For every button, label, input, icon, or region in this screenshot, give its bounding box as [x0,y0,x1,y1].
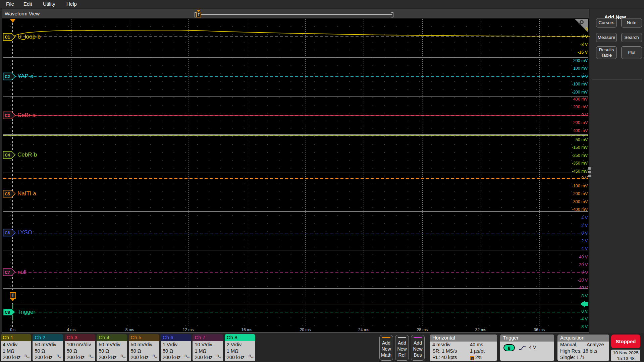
button-color-bar [398,337,406,338]
panel-drag-handle[interactable] [588,166,591,178]
svg-text:C4: C4 [5,153,10,158]
scale-tick-label: -8 V [564,42,588,47]
svg-text:C3: C3 [5,113,10,118]
grid-major-line [130,19,130,327]
channel-settings-7[interactable]: Ch 710 V/div 1 MΩ 200 kHz BW [193,334,223,361]
trigger-point-marker[interactable]: T [10,292,16,299]
channel-settings-header: Ch 1 [1,334,31,341]
channel-label-c7[interactable]: null [17,269,26,276]
menu-file[interactable]: File [6,1,14,7]
trigger-panel[interactable]: Trigger 8 4 V [500,335,554,361]
add-new-results-table-button[interactable]: Results Table [596,46,617,59]
time: 15:13:48 [611,356,640,361]
acquisition-panel[interactable]: Acquisition Manual, Analyze High Res: 16… [557,335,609,361]
horizontal-panel[interactable]: Horizontal 4 ms/div 40 ms SR: 1 MS/s 1 µ… [430,335,497,361]
channel-badge-c6[interactable]: C6 [3,229,16,237]
channel-label-c2[interactable]: YAP-a [17,73,34,80]
scale-tick-label: 20 V [564,262,588,267]
channel-settings-header: Ch 2 [33,334,63,341]
scroll-bracket-right[interactable] [391,12,393,17]
slice-divider [3,288,588,289]
scale-tick-label: -100 mV [564,82,588,86]
channel-label-c8[interactable]: Trigger [17,309,35,315]
svg-text:C2: C2 [5,74,10,79]
scale-tick-label: 8 [564,27,588,32]
trigger-panel-body: 8 4 V [500,342,554,361]
slice-divider [3,250,588,250]
titlebar-trigger-marker[interactable]: T [196,12,201,17]
channel-badge-c8[interactable]: C8 [3,308,16,316]
trigger-position-readout: T2% [470,355,482,360]
bandwidth-limit-icon: BW [216,353,221,361]
channel-badge-c2[interactable]: C2 [3,72,16,80]
channel-settings-body: 2 V/div 1 MΩ 200 kHz BW [225,341,255,361]
trigger-position-icon: T [470,356,474,360]
grid-major-line [247,19,247,327]
add-new-note-button[interactable]: Note [621,18,642,27]
scale-tick-label: 400 mV [564,97,588,102]
run-stop-button[interactable]: Stopped [611,335,640,348]
channel-badge-c7[interactable]: C7 [3,268,16,276]
scale-tick-label: -16 V [564,50,588,55]
channel-settings-5[interactable]: Ch 550 mV/div 50 Ω 200 kHz BW [129,334,159,361]
menu-edit[interactable]: Edit [23,1,32,7]
menu-help[interactable]: Help [66,1,77,7]
scale-tick-label: 0 V [564,231,588,236]
menu-bar [0,0,644,8]
waveform-zero-line [3,76,588,77]
scale-tick-label: 8 V [564,294,588,298]
datetime-display: 10 Nov 2025 15:13:48 [611,350,640,361]
trigger-source-badge: 8 [503,344,515,351]
channel-label-c1[interactable]: U_loop-b [17,34,41,40]
svg-text:C8: C8 [5,310,10,315]
add-new-cursors-button[interactable]: Cursors [596,18,617,27]
add-new-bus-button[interactable]: AddNewBus [411,335,425,361]
scale-tick-label: 40 V [564,255,588,259]
channel-scale: 4 V/div [3,342,31,348]
time-axis-label: 32 ms [475,327,486,332]
channel-settings-body: 50 mV/div 50 Ω 200 kHz BW [129,341,159,361]
channel-settings-2[interactable]: Ch 250 mV/div 50 Ω 200 kHz BW [33,334,63,361]
add-new-math-button[interactable]: AddNewMath [379,335,393,361]
channel-settings-4[interactable]: Ch 450 mV/div 50 Ω 200 kHz BW [97,334,127,361]
channel-settings-header: Ch 8 [225,334,255,341]
add-new-measure-button[interactable]: Measure [596,33,617,42]
channel-label-c4[interactable]: CebR-b [17,152,37,158]
channel-badge-c3[interactable]: C3 [3,111,16,119]
time-axis-label: 16 ms [241,327,252,332]
channel-label-c6[interactable]: LYSO [17,229,32,236]
add-new-search-button[interactable]: Search [621,33,642,42]
scale-tick-label: 2 V [564,223,588,228]
svg-text:C7: C7 [5,270,10,275]
menu-utility[interactable]: Utility [43,1,55,7]
channel-settings-6[interactable]: Ch 61 V/div 50 Ω 200 kHz BW [161,334,191,361]
date: 10 Nov 2025 [611,350,640,356]
add-new-ref-button[interactable]: AddNewRef [395,335,409,361]
channel-label-c3[interactable]: CeBr-a [17,112,36,119]
channel-label-c5[interactable]: NaITl-a [17,190,36,197]
trigger-level: 4 V [529,345,536,350]
channel-scale: 2 V/div [227,342,255,348]
channel-settings-1[interactable]: Ch 14 V/div 1 MΩ 200 kHz BW [1,334,31,361]
scale-tick-label: -400 mV [564,128,588,133]
scale-tick-label: -2 V [564,239,588,243]
add-new-plot-button[interactable]: Plot [621,46,642,59]
bandwidth-limit-icon: BW [249,353,254,361]
channel-scale: 50 mV/div [35,342,63,348]
channel-badge-c4[interactable]: C4 [3,151,16,159]
rising-edge-icon [518,345,526,351]
trigger-level-arrow[interactable] [580,301,585,307]
bandwidth-limit-icon: BW [120,353,125,361]
trigger-top-marker[interactable] [10,19,15,23]
channel-badge-c1[interactable]: C1 [3,33,16,41]
channel-settings-8[interactable]: Ch 82 V/div 1 MΩ 200 kHz BW [225,334,255,361]
svg-text:C1: C1 [5,35,10,40]
channel-settings-3[interactable]: Ch 3100 mV/div 50 Ω 200 kHz BW [65,334,95,361]
waveform-view-title: Waveform View [5,11,40,16]
channel-badge-c5[interactable]: C5 [3,190,16,198]
horizontal-window: 40 ms [470,342,483,347]
scroll-bar[interactable] [196,14,392,15]
bandwidth-limit-icon: BW [153,353,158,361]
grid-major-line [188,19,189,327]
acq-single: Single: 1 /1 [560,355,585,360]
